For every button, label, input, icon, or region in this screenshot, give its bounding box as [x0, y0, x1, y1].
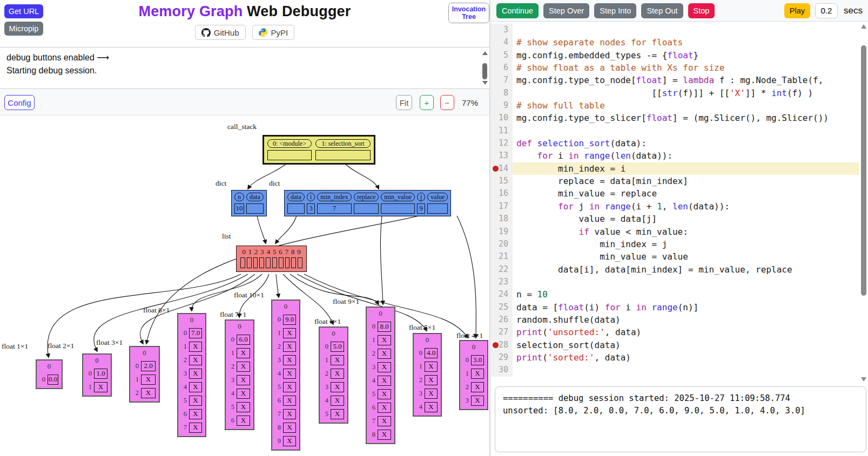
- line-number[interactable]: 24: [491, 288, 513, 301]
- right-panel: Continue Step Over Step Into Step Out St…: [491, 0, 868, 456]
- list-cell: [247, 257, 252, 268]
- invocation-tree-button[interactable]: InvocationTree: [448, 3, 489, 23]
- code-line[interactable]: 10mg.config.type_to_slicer[float] = (mg.…: [491, 112, 859, 124]
- line-number[interactable]: 11: [491, 125, 513, 137]
- float-row: 2X: [181, 355, 202, 365]
- memory-graph-canvas[interactable]: call_stack0: <module>1: selection_sortdi…: [0, 117, 489, 456]
- code-line[interactable]: 4# show separate nodes for floats: [491, 36, 859, 49]
- step-over-button[interactable]: Step Over: [543, 3, 589, 18]
- editor-scrollbar-thumb[interactable]: [861, 45, 866, 296]
- float-value-cell: X: [237, 416, 250, 426]
- code-line[interactable]: 9# show full table: [491, 99, 859, 112]
- scroll-down-icon[interactable]: [861, 377, 866, 382]
- line-number[interactable]: 28: [491, 339, 513, 351]
- line-number[interactable]: 7: [491, 74, 513, 86]
- float-row-index: 3: [370, 363, 375, 371]
- code-line[interactable]: 20 min_index = j: [491, 238, 859, 250]
- line-number[interactable]: 4: [491, 36, 513, 49]
- code-editor[interactable]: 34# show separate nodes for floats5mg.co…: [491, 22, 859, 384]
- line-number[interactable]: 10: [491, 112, 513, 124]
- code-line[interactable]: 27print('unsorted:', data): [491, 326, 859, 338]
- continue-button[interactable]: Continue: [496, 3, 539, 18]
- fit-button[interactable]: Fit: [396, 95, 412, 110]
- code-line[interactable]: 16 min_value = replace: [491, 187, 859, 200]
- code-line[interactable]: 24n = 10: [491, 288, 859, 301]
- code-line[interactable]: 25data = [float(i) for i in range(n)]: [491, 301, 859, 314]
- code-line[interactable]: 22 data[i], data[min_index] = min_value,…: [491, 263, 859, 276]
- line-number[interactable]: 8: [491, 87, 513, 99]
- float-value-cell: X: [425, 402, 438, 412]
- line-number[interactable]: 19: [491, 226, 513, 238]
- code-line[interactable]: 30: [491, 364, 859, 376]
- line-number[interactable]: 22: [491, 263, 513, 276]
- line-number[interactable]: 25: [491, 301, 513, 314]
- line-number[interactable]: 6: [491, 62, 513, 74]
- breakpoint-icon[interactable]: [493, 166, 499, 172]
- code-line[interactable]: 7mg.config.type_to_node[float] = lambda …: [491, 74, 859, 86]
- scroll-up-icon[interactable]: [482, 51, 488, 55]
- line-number[interactable]: 13: [491, 149, 513, 162]
- line-number[interactable]: 20: [491, 238, 513, 250]
- step-out-button[interactable]: Step Out: [641, 3, 683, 18]
- line-number[interactable]: 18: [491, 213, 513, 225]
- line-number[interactable]: 29: [491, 351, 513, 364]
- line-number[interactable]: 26: [491, 314, 513, 326]
- code-line[interactable]: 8 [[str(f)]] + [['X']] * int(f) ): [491, 87, 859, 99]
- messages-scrollbar-thumb[interactable]: [482, 63, 487, 79]
- token: [516, 201, 558, 212]
- line-number[interactable]: 3: [491, 24, 513, 36]
- step-into-button[interactable]: Step Into: [594, 3, 636, 18]
- graph-node-label: dict: [269, 179, 280, 188]
- float-header: 0: [133, 348, 156, 358]
- code-line[interactable]: 5mg.config.embedded_types -= {float}: [491, 49, 859, 62]
- line-number[interactable]: 16: [491, 187, 513, 200]
- editor-scrollbar[interactable]: [859, 22, 868, 384]
- zoom-out-button[interactable]: −: [440, 95, 454, 110]
- float-value-cell: X: [378, 335, 391, 345]
- code-line[interactable]: 3: [491, 24, 859, 36]
- code-line[interactable]: 17 for j in range(i + 1, len(data)):: [491, 200, 859, 213]
- float-value-cell: X: [189, 382, 202, 392]
- stop-button[interactable]: Stop: [688, 3, 715, 18]
- token: range: [651, 302, 677, 312]
- code-line[interactable]: 26random.shuffle(data): [491, 314, 859, 326]
- line-number[interactable]: 17: [491, 200, 513, 213]
- code-line[interactable]: 6# show float as a table with Xs for siz…: [491, 62, 859, 74]
- float-row-index: 3: [229, 376, 234, 384]
- messages-scrollbar[interactable]: [481, 49, 488, 87]
- line-number[interactable]: 12: [491, 137, 513, 149]
- line-number[interactable]: 21: [491, 250, 513, 263]
- code-line[interactable]: 21 min_value = value: [491, 250, 859, 263]
- breakpoint-icon[interactable]: [493, 342, 499, 348]
- config-button[interactable]: Config: [4, 95, 35, 110]
- dict-node: datai3min_index7replacemin_valuej9value: [284, 190, 451, 216]
- github-link[interactable]: GitHub: [195, 25, 246, 40]
- code-line[interactable]: 12def selection_sort(data):: [491, 137, 859, 149]
- float-value-cell: X: [189, 355, 202, 365]
- code-line[interactable]: 19 if value < min_value:: [491, 226, 859, 238]
- scroll-down-icon[interactable]: [482, 81, 488, 85]
- line-number[interactable]: 27: [491, 326, 513, 338]
- line-number[interactable]: 14: [491, 162, 513, 175]
- play-button[interactable]: Play: [784, 3, 810, 18]
- line-number[interactable]: 5: [491, 49, 513, 62]
- float-row-index: 5: [370, 390, 375, 398]
- code-line[interactable]: 23: [491, 276, 859, 288]
- code-line[interactable]: 11: [491, 125, 859, 137]
- page-title: Memory Graph Web Debugger: [0, 3, 489, 20]
- float-value-cell: X: [378, 416, 391, 426]
- code-line[interactable]: 13 for i in range(len(data)):: [491, 149, 859, 162]
- zoom-in-button[interactable]: +: [420, 95, 434, 110]
- line-number[interactable]: 9: [491, 99, 513, 112]
- code-line[interactable]: 28selection_sort(data): [491, 339, 859, 351]
- pypi-link[interactable]: PyPI: [252, 25, 295, 40]
- line-number[interactable]: 23: [491, 276, 513, 288]
- line-number[interactable]: 15: [491, 175, 513, 187]
- play-delay-input[interactable]: [815, 3, 838, 18]
- code-line[interactable]: 18 value = data[j]: [491, 213, 859, 225]
- code-line[interactable]: 14 min_index = i: [491, 162, 859, 175]
- scroll-up-icon[interactable]: [861, 24, 866, 29]
- code-line[interactable]: 29print('sorted:', data): [491, 351, 859, 364]
- code-line[interactable]: 15 replace = data[min_index]: [491, 175, 859, 187]
- line-number[interactable]: 30: [491, 364, 513, 376]
